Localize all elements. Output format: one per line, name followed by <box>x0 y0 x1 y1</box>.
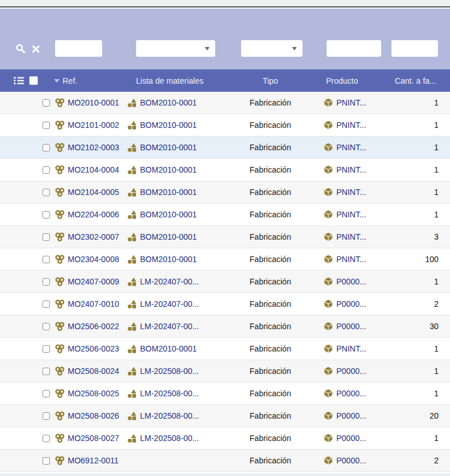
qty-cell: 1 <box>375 338 439 360</box>
mo-ref-link[interactable]: MO2506-0022 <box>68 322 119 331</box>
row-checkbox[interactable] <box>42 457 50 465</box>
product-ref-link[interactable]: PNINT... <box>336 143 366 152</box>
bom-ref-link[interactable]: BOM2010-0001 <box>140 143 197 152</box>
row-checkbox[interactable] <box>42 99 50 107</box>
row-checkbox[interactable] <box>42 211 50 219</box>
row-checkbox[interactable] <box>42 166 50 174</box>
bom-ref-link[interactable]: LM-202407-00... <box>140 322 199 331</box>
bom-ref-link[interactable]: LM-202407-00... <box>140 299 199 309</box>
mo-ref-link[interactable]: MO2204-0006 <box>68 210 119 219</box>
table-row: MO2101-0002 BOM2010-0001 Fabricación PNI… <box>0 114 450 136</box>
bom-ref-link[interactable]: BOM2010-0001 <box>140 98 197 107</box>
row-checkbox[interactable] <box>42 412 50 420</box>
manufacturing-orders-list-page: Ref. Lista de materiales Tipo Producto C… <box>0 0 450 476</box>
product-cube-icon <box>324 366 333 376</box>
type-cell: Fabricación <box>238 405 302 427</box>
column-label: Producto <box>326 76 358 85</box>
filter-cantidad-input[interactable] <box>391 40 438 57</box>
row-checkbox[interactable] <box>42 390 50 397</box>
row-checkbox[interactable] <box>42 301 50 308</box>
filter-tipo-select[interactable] <box>241 40 302 57</box>
type-cell: Fabricación <box>238 360 302 382</box>
select-all-checkbox[interactable] <box>29 69 38 92</box>
bom-ref-link[interactable]: BOM2010-0001 <box>140 344 197 353</box>
bom-ref-link[interactable]: LM-202407-00... <box>140 277 199 286</box>
product-ref-link[interactable]: P0000... <box>336 366 366 376</box>
filter-bom-select[interactable] <box>136 40 215 57</box>
mo-ref-link[interactable]: MO2104-0005 <box>68 188 119 197</box>
manufacturing-order-icon <box>55 120 64 130</box>
row-checkbox[interactable] <box>42 435 50 442</box>
qty-cell: 1 <box>375 427 439 449</box>
column-header-ref[interactable]: Ref. <box>54 69 77 92</box>
row-checkbox[interactable] <box>42 323 50 330</box>
mo-ref-link[interactable]: MO2101-0002 <box>68 120 119 130</box>
bom-ref-link[interactable]: BOM2010-0001 <box>140 120 197 130</box>
mo-ref-link[interactable]: MO2508-0026 <box>68 411 119 420</box>
row-checkbox[interactable] <box>42 345 50 353</box>
mo-ref-link[interactable]: MO2102-0003 <box>68 143 119 152</box>
product-ref-link[interactable]: P0000... <box>336 411 366 420</box>
bom-ref-link[interactable]: BOM2010-0001 <box>140 188 197 197</box>
product-ref-link[interactable]: PNINT... <box>336 232 366 241</box>
row-checkbox[interactable] <box>42 122 50 129</box>
mo-ref-link[interactable]: MO2407-0010 <box>68 299 119 309</box>
search-icon[interactable] <box>14 42 27 55</box>
bom-ref-link[interactable]: LM-202508-00... <box>140 366 199 376</box>
product-cube-icon <box>324 255 333 264</box>
product-ref-link[interactable]: PNINT... <box>336 210 366 219</box>
row-checkbox[interactable] <box>42 189 50 196</box>
column-header-bom[interactable]: Lista de materiales <box>136 69 204 92</box>
bom-ref-link[interactable]: BOM2010-0001 <box>140 210 197 219</box>
mo-ref-link[interactable]: MO2302-0007 <box>68 232 119 241</box>
list-view-icon[interactable] <box>14 69 25 92</box>
product-ref-link[interactable]: P0000... <box>336 322 366 331</box>
product-ref-link[interactable]: P0000... <box>336 389 366 398</box>
column-header-tipo[interactable]: Tipo <box>238 69 302 92</box>
bottom-page-strip <box>0 472 450 476</box>
product-ref-link[interactable]: PNINT... <box>336 255 366 264</box>
bom-ref-link[interactable]: BOM2010-0001 <box>140 165 197 174</box>
bom-ref-link[interactable]: LM-202508-00... <box>140 389 199 398</box>
column-header-cantidad[interactable]: Cant. a fa... <box>395 69 436 92</box>
row-checkbox[interactable] <box>42 144 50 151</box>
product-ref-link[interactable]: PNINT... <box>336 188 366 197</box>
filter-producto-input[interactable] <box>327 40 381 57</box>
type-cell: Fabricación <box>238 427 302 449</box>
type-cell: Fabricación <box>238 271 302 292</box>
product-ref-link[interactable]: P0000... <box>336 299 366 309</box>
row-checkbox[interactable] <box>42 233 50 241</box>
table-row: MO2407-0010 LM-202407-00... Fabricación … <box>0 293 450 315</box>
mo-ref-link[interactable]: MO2508-0027 <box>68 434 119 443</box>
bom-ref-link[interactable]: BOM2010-0001 <box>140 255 197 264</box>
row-checkbox[interactable] <box>42 368 50 375</box>
bom-ref-link[interactable]: LM-202508-00... <box>140 411 199 420</box>
clear-filters-icon[interactable] <box>29 42 42 55</box>
mo-ref-link[interactable]: MO2506-0023 <box>68 344 119 353</box>
product-ref-link[interactable]: P0000... <box>336 434 366 443</box>
table-header-row: Ref. Lista de materiales Tipo Producto C… <box>0 69 450 92</box>
product-ref-link[interactable]: PNINT... <box>336 165 366 174</box>
mo-ref-link[interactable]: MO2508-0024 <box>68 366 119 376</box>
mo-ref-link[interactable]: MO2508-0025 <box>68 389 119 398</box>
filter-ref-input[interactable] <box>55 40 102 57</box>
manufacturing-order-icon <box>55 143 64 152</box>
row-checkbox[interactable] <box>42 256 50 263</box>
product-ref-link[interactable]: P0000... <box>336 456 366 465</box>
product-ref-link[interactable]: PNINT... <box>336 120 366 130</box>
bom-ref-link[interactable]: BOM2010-0001 <box>140 232 197 241</box>
mo-ref-link[interactable]: MO2104-0004 <box>68 165 119 174</box>
mo-ref-link[interactable]: MO2304-0008 <box>68 255 119 264</box>
product-cube-icon <box>324 232 333 241</box>
product-ref-link[interactable]: PNINT... <box>336 344 366 353</box>
product-ref-link[interactable]: PNINT... <box>336 98 366 107</box>
mo-ref-link[interactable]: MO2407-0009 <box>68 277 119 286</box>
mo-ref-link[interactable]: MO6912-0011 <box>68 456 118 465</box>
row-checkbox[interactable] <box>42 278 50 286</box>
sort-desc-icon <box>54 79 60 83</box>
product-ref-link[interactable]: P0000... <box>336 277 366 286</box>
bom-ref-link[interactable]: LM-202508-00... <box>140 434 199 443</box>
mo-ref-link[interactable]: MO2010-0001 <box>68 98 119 107</box>
manufacturing-order-icon <box>55 165 64 174</box>
column-header-producto[interactable]: Producto <box>326 69 358 92</box>
